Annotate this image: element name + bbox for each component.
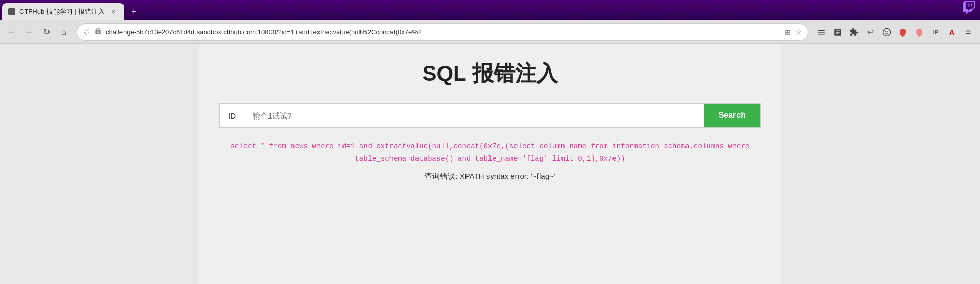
tab-bar: CTFHub 技能学习 | 报错注入 × + (0, 0, 980, 20)
ip-label[interactable]: IP (928, 25, 943, 40)
refresh-button[interactable]: ↻ (39, 25, 54, 40)
tab-favicon (8, 8, 15, 15)
svg-point-2 (887, 31, 888, 32)
sql-query-line2: table_schema=database() and table_name='… (219, 153, 761, 165)
search-button[interactable]: Search (704, 104, 760, 127)
lock-icon (94, 28, 102, 36)
tab-label: CTFHub 技能学习 | 报错注入 (19, 7, 105, 16)
svg-point-0 (883, 28, 891, 36)
address-text: challenge-5b7c13e207c61d4d.sandbox.ctfhu… (106, 28, 780, 36)
page-title: SQL 报错注入 (219, 59, 761, 88)
twitch-logo (962, 1, 976, 18)
shield-icon: 🛡 (83, 28, 90, 36)
sql-query-display: select * from news where id=1 and extrac… (219, 140, 761, 165)
tab-close-button[interactable]: × (109, 7, 118, 16)
reading-view-icon[interactable] (830, 25, 845, 40)
adblock-red-icon[interactable] (895, 25, 911, 40)
forward-button[interactable]: → (21, 25, 37, 40)
back-button[interactable]: ← (4, 25, 19, 40)
search-form: ID Search (219, 103, 761, 128)
error-message: 查询错误: XPATH syntax error: '~flag~' (219, 172, 761, 181)
undo-icon[interactable]: ↩ (863, 25, 878, 40)
menu-icon[interactable]: ≡ (961, 25, 976, 40)
browser-window: CTFHub 技能学习 | 报错注入 × + ← → ↻ ⌂ 🛡 challen… (0, 0, 980, 284)
nav-right-icons: ↩ IP A ≡ (814, 25, 976, 40)
home-button[interactable]: ⌂ (56, 25, 71, 40)
active-tab[interactable]: CTFHub 技能学习 | 报错注入 × (2, 3, 124, 20)
sql-query-line1: select * from news where id=1 and extrac… (219, 140, 761, 153)
bookmark-icon[interactable]: ☆ (795, 27, 802, 37)
acrobat-icon[interactable]: A (944, 25, 960, 40)
new-tab-button[interactable]: + (126, 4, 141, 19)
search-input[interactable] (244, 104, 704, 127)
extensions-icon[interactable] (846, 25, 862, 40)
page-inner: SQL 报错注入 ID Search select * from news wh… (199, 44, 781, 284)
qr-icon[interactable]: ⊞ (785, 28, 791, 36)
address-bar[interactable]: 🛡 challenge-5b7c13e207c61d4d.sandbox.ctf… (77, 23, 808, 41)
svg-point-1 (885, 31, 886, 32)
faces-icon[interactable] (879, 25, 894, 40)
adblock-orange-icon[interactable] (912, 25, 927, 40)
sidebar-icon[interactable] (814, 25, 829, 40)
page-content: SQL 报错注入 ID Search select * from news wh… (0, 44, 980, 284)
search-id-label: ID (220, 104, 244, 127)
navigation-bar: ← → ↻ ⌂ 🛡 challenge-5b7c13e207c61d4d.san… (0, 20, 980, 44)
